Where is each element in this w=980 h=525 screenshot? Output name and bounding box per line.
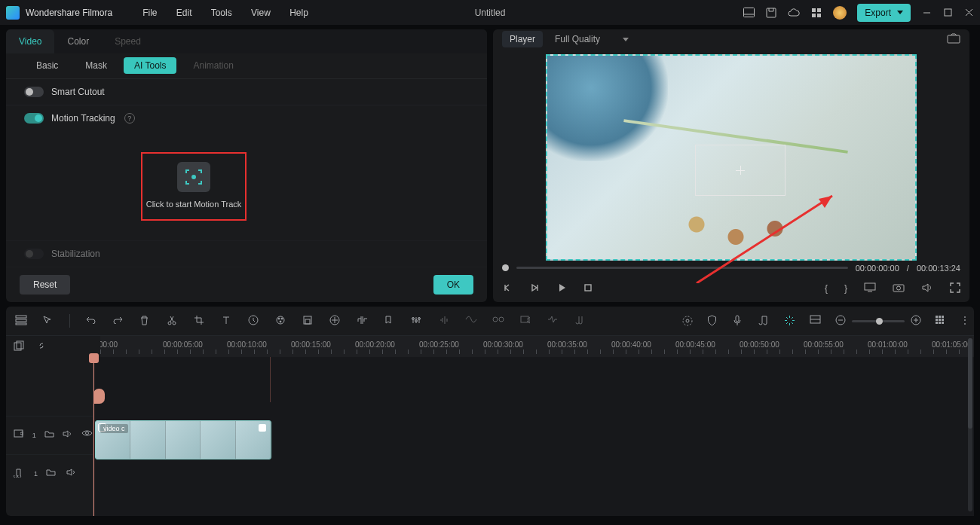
subtab-basic[interactable]: Basic <box>26 57 69 74</box>
motion-track-target[interactable] <box>695 145 786 196</box>
ruler-label: 00:00:45:00 <box>675 340 715 349</box>
track-mute-icon[interactable] <box>66 468 78 480</box>
account-avatar-icon[interactable] <box>833 6 847 20</box>
subtab-mask[interactable]: Mask <box>75 57 118 74</box>
scrub-bar[interactable]: 00:00:00:00 / 00:00:13:24 <box>493 261 969 276</box>
zoom-in-button[interactable] <box>911 315 921 328</box>
tab-color[interactable]: Color <box>54 29 102 53</box>
text-icon[interactable] <box>221 315 233 327</box>
video-clip[interactable]: video c <box>95 420 271 459</box>
preview-area[interactable] <box>493 50 969 261</box>
play-forward-button[interactable] <box>529 282 540 295</box>
timeline-view-options-icon[interactable] <box>935 315 947 327</box>
menu-help[interactable]: Help <box>289 8 308 18</box>
record-voiceover-icon[interactable] <box>519 315 531 327</box>
time-ruler[interactable]: 00:0000:00:05:0000:00:10:0000:00:15:0000… <box>100 336 974 357</box>
snapshot-icon[interactable] <box>947 33 960 46</box>
crop-icon[interactable] <box>194 315 206 327</box>
player-tab[interactable]: Player <box>502 31 543 47</box>
audio-stretch-icon[interactable] <box>438 315 450 327</box>
subtab-animation[interactable]: Animation <box>182 57 243 74</box>
menu-view[interactable]: View <box>251 8 271 18</box>
track-manager-icon[interactable] <box>15 315 27 327</box>
display-settings-icon[interactable] <box>864 282 876 295</box>
mark-in-icon[interactable]: { <box>825 283 828 294</box>
track-visibility-icon[interactable] <box>81 429 93 441</box>
speed-duration-icon[interactable] <box>248 315 260 327</box>
mixer-icon[interactable] <box>492 315 504 327</box>
shield-icon[interactable] <box>707 315 719 327</box>
delete-icon[interactable] <box>139 315 152 327</box>
help-icon[interactable]: ? <box>124 113 135 124</box>
cloud-icon[interactable] <box>788 7 800 19</box>
zoom-slider[interactable] <box>852 320 905 322</box>
playhead-handle[interactable] <box>89 353 99 363</box>
menu-edit[interactable]: Edit <box>176 8 192 18</box>
save-icon[interactable] <box>765 7 777 19</box>
layout-icon[interactable] <box>743 7 755 19</box>
play-button[interactable] <box>556 282 567 295</box>
window-minimize-button[interactable] <box>921 8 932 18</box>
scrub-handle[interactable] <box>502 264 509 271</box>
adjust-icon[interactable] <box>411 315 423 327</box>
timeline-scrollbar-thumb[interactable] <box>968 338 972 429</box>
apps-icon[interactable] <box>810 7 822 19</box>
menu-file[interactable]: File <box>142 8 157 18</box>
selection-tool-icon[interactable] <box>42 315 54 327</box>
undo-icon[interactable] <box>85 315 97 327</box>
redo-icon[interactable] <box>112 315 124 327</box>
window-maximize-button[interactable] <box>942 8 953 18</box>
color-tag-icon[interactable] <box>275 315 287 327</box>
export-button[interactable]: Export <box>857 4 911 22</box>
start-motion-track-button[interactable] <box>177 162 210 192</box>
audio-mixer-icon[interactable] <box>758 315 770 327</box>
capture-icon[interactable] <box>893 282 905 295</box>
mark-out-icon[interactable]: } <box>844 283 847 294</box>
scrub-track[interactable] <box>516 267 848 269</box>
prev-frame-button[interactable] <box>502 282 513 295</box>
stop-button[interactable] <box>583 283 593 295</box>
volume-icon[interactable] <box>921 282 933 295</box>
copy-track-icon[interactable] <box>14 340 26 353</box>
audio-ducking-icon[interactable] <box>465 315 477 327</box>
svg-rect-60 <box>942 322 944 324</box>
playhead-line[interactable] <box>93 357 94 516</box>
ok-button[interactable]: OK <box>433 275 473 295</box>
track-folder-icon[interactable] <box>44 429 55 441</box>
time-current: 00:00:00:00 <box>856 264 899 273</box>
track-area[interactable]: video c <box>93 357 974 516</box>
marker-icon[interactable] <box>384 315 396 327</box>
link-tracks-icon[interactable] <box>36 340 48 353</box>
timeline-marker[interactable] <box>93 389 105 404</box>
playback-quality-select[interactable]: Full Quality <box>555 34 629 44</box>
menu-tools[interactable]: Tools <box>211 8 232 18</box>
motion-tracking-toggle[interactable] <box>24 113 44 124</box>
tab-video[interactable]: Video <box>6 29 54 53</box>
smart-cutout-toggle[interactable] <box>24 87 44 97</box>
reset-button[interactable]: Reset <box>20 275 70 295</box>
detach-audio-icon[interactable] <box>357 315 369 327</box>
track-folder-icon[interactable] <box>46 468 58 480</box>
fullscreen-icon[interactable] <box>950 282 960 295</box>
subtab-ai-tools[interactable]: AI Tools <box>124 57 176 74</box>
track-mute-icon[interactable] <box>63 429 73 441</box>
audio-sync-icon[interactable] <box>547 315 559 327</box>
beat-detection-icon[interactable] <box>574 315 586 327</box>
svg-rect-12 <box>948 35 960 43</box>
zoom-out-button[interactable] <box>835 315 846 328</box>
svg-rect-8 <box>945 9 951 16</box>
green-screen-icon[interactable] <box>302 315 314 327</box>
render-preview-icon[interactable] <box>681 315 694 327</box>
preview-frame[interactable] <box>546 54 917 261</box>
auto-ripple-icon[interactable] <box>784 315 796 327</box>
svg-rect-59 <box>939 322 941 324</box>
split-icon[interactable] <box>167 315 179 327</box>
window-close-button[interactable] <box>963 8 974 18</box>
voiceover-mic-icon[interactable] <box>733 315 745 327</box>
keyframe-icon[interactable] <box>329 315 341 327</box>
more-options-icon[interactable]: ⋮ <box>960 315 965 327</box>
svg-point-28 <box>281 318 283 319</box>
svg-rect-63 <box>14 430 23 437</box>
snap-icon[interactable] <box>810 315 822 327</box>
tab-speed[interactable]: Speed <box>102 29 154 53</box>
